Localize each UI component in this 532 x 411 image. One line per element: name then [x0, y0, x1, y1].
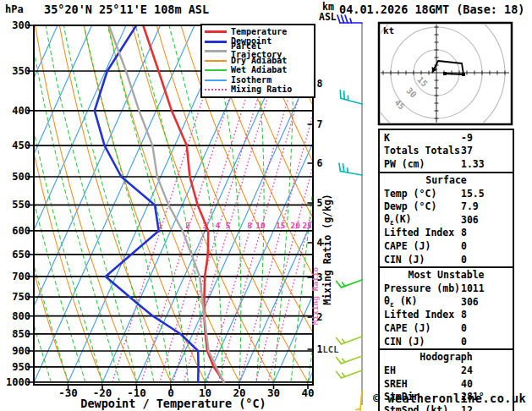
row-label: θε (K): [384, 295, 461, 309]
hodograph-unit-label: kt: [383, 25, 394, 36]
legend-swatch-wet-adiabat: [205, 69, 227, 71]
barb-feather: [343, 164, 343, 172]
table-row: CIN (J)0: [380, 335, 513, 348]
row-value: 1.33: [461, 158, 508, 170]
legend-item: Mixing Ratio: [205, 85, 314, 94]
row-value: 0: [461, 322, 508, 334]
table-row: Dewp (°C)7.9: [380, 200, 513, 213]
pressure-tick-label: 750: [12, 291, 30, 303]
table-row: K-9: [380, 131, 513, 145]
table-row: SREH40: [380, 377, 513, 391]
pressure-unit-label: hPa: [5, 3, 24, 15]
legend-item-label: Wet Adiabat: [231, 66, 287, 74]
wind-barb: [353, 391, 362, 411]
row-value: 8: [461, 309, 508, 321]
legend-item-label: Isotherm: [231, 76, 271, 85]
pressure-tick-label: 700: [12, 271, 30, 282]
row-value: -9: [461, 132, 508, 144]
row-value: 40: [461, 378, 508, 390]
row-label: PW (cm): [384, 158, 461, 170]
row-label: Totals Totals: [384, 145, 461, 156]
sounding-chart-app: 3003504004505005506006507007508008509009…: [0, 0, 532, 411]
km-tick-label: 1: [317, 343, 323, 355]
wind-barb: [337, 280, 362, 288]
mixing-ratio-value-label: 5: [225, 221, 230, 230]
barb-feather: [345, 15, 348, 23]
hodograph-marker: [462, 73, 465, 76]
legend-item-label: Mixing Ratio: [231, 85, 292, 94]
table-row: Totals Totals37: [380, 145, 513, 158]
row-label: StmSpd (kt): [384, 404, 461, 411]
mixing-axis-label: Mixing Ratio (g/kg): [321, 194, 333, 305]
row-label: CAPE (J): [384, 322, 461, 334]
row-value: 7.9: [461, 200, 508, 212]
row-label: Dewp (°C): [384, 200, 461, 212]
pressure-tick-label: 800: [12, 310, 30, 322]
lcl-label: LCL: [323, 344, 339, 354]
indices-section-surface: SurfaceTemp (°C)15.5Dewp (°C)7.9θε(K)306…: [378, 172, 514, 269]
pressure-tick-label: 500: [12, 171, 30, 183]
barb-feather: [337, 337, 342, 343]
pressure-tick-label: 650: [12, 249, 30, 260]
barb-feather: [344, 91, 345, 99]
barb-shaft: [360, 391, 362, 411]
wind-barb: [339, 163, 362, 175]
barb-half-feather: [343, 339, 345, 342]
row-value: 24: [461, 364, 508, 376]
row-label: Lifted Index: [384, 309, 461, 321]
barb-half-feather: [343, 282, 345, 286]
row-label: CIN (J): [384, 336, 461, 348]
pressure-tick-label: 900: [12, 345, 30, 357]
table-row: EH24: [380, 364, 513, 377]
section-header: Surface: [380, 174, 513, 187]
table-row: Temp (°C)15.5: [380, 187, 513, 200]
km-tick-label: 8: [317, 78, 323, 90]
wet-adiabat-line: [325, 14, 383, 382]
row-value: 306: [461, 214, 508, 226]
barb-feather: [340, 90, 341, 98]
mixing-ratio-value-label: 15: [276, 221, 286, 230]
row-value: 37: [461, 145, 508, 156]
mixing-axis-label-pink: Mixing Ratio: [310, 266, 320, 325]
pressure-tick-label: 400: [12, 105, 30, 117]
indices-section-most-unstable: Most UnstablePressure (mb)1011θε (K)306L…: [378, 266, 514, 350]
row-value: 1011: [461, 282, 508, 294]
wind-barb: [337, 370, 362, 378]
row-value: 8: [461, 227, 508, 238]
row-value: 12: [461, 404, 508, 411]
barb-half-feather: [343, 359, 345, 362]
legend-item: Parcel Trajectory: [205, 47, 314, 56]
pressure-tick-label: 950: [12, 361, 30, 373]
legend-swatch-parcel-trajectory: [205, 50, 227, 52]
mixing-ratio-value-label: 20: [291, 221, 301, 230]
table-row: CAPE (J)0: [380, 239, 513, 253]
km-tick-label: 6: [317, 157, 323, 169]
row-label: CAPE (J): [384, 240, 461, 252]
legend-item-label: Temperature: [231, 28, 287, 36]
table-row: CAPE (J)0: [380, 321, 513, 335]
km-tick-label: 7: [317, 118, 323, 130]
row-value: 15.5: [461, 188, 508, 200]
mixing-ratio-value-label: 2: [185, 221, 190, 230]
mixing-ratio-value-label: 25: [302, 221, 312, 230]
indices-section: K-9Totals Totals37PW (cm)1.33: [378, 129, 514, 173]
barb-feather: [337, 15, 340, 23]
table-row: PW (cm)1.33: [380, 157, 513, 171]
mixing-ratio-value-label: 4: [216, 221, 221, 230]
legend-swatch-dewpoint: [205, 41, 227, 43]
row-label: SREH: [384, 378, 461, 390]
table-row: CIN (J)0: [380, 253, 513, 266]
wind-barb: [337, 356, 362, 364]
pressure-tick-label: 550: [12, 199, 30, 211]
pressure-tick-label: 600: [12, 225, 30, 237]
table-row: θε(K)306: [380, 213, 513, 227]
mixing-ratio-value-label: 10: [255, 221, 266, 230]
section-header: Hodograph: [380, 351, 513, 364]
row-label: EH: [384, 364, 461, 376]
legend-item: Wet Adiabat: [205, 66, 314, 75]
pressure-tick-label: 350: [12, 65, 30, 77]
table-row: Lifted Index8: [380, 309, 513, 322]
row-label: Lifted Index: [384, 227, 461, 238]
row-value: 0: [461, 254, 508, 266]
row-label: Pressure (mb): [384, 282, 461, 294]
